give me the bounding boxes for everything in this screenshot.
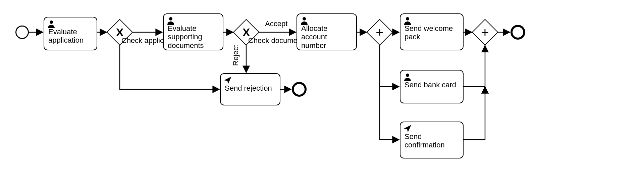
- task-evaluate-application: Evaluate application: [44, 17, 97, 50]
- send-icon: [403, 124, 412, 133]
- bpmn-diagram: { "tasks": { "evaluate_app": {"label":"E…: [0, 0, 644, 184]
- end-event-reject: [292, 82, 307, 97]
- user-icon: [403, 16, 412, 25]
- user-icon: [166, 16, 175, 25]
- task-label: Send confirmation: [404, 125, 460, 149]
- task-evaluate-documents: Evaluate supporting documents: [163, 13, 223, 50]
- gateway-parallel-fork: +: [366, 19, 393, 45]
- send-icon: [223, 76, 232, 85]
- task-label: Send bank card: [404, 73, 460, 89]
- task-send-confirmation: Send confirmation: [400, 122, 464, 158]
- end-event-success: [511, 25, 525, 40]
- task-send-rejection: Send rejection: [220, 73, 280, 105]
- user-icon: [403, 73, 412, 81]
- task-allocate-account: Allocate account number: [297, 13, 357, 50]
- gateway-parallel-join: +: [472, 19, 498, 45]
- task-label: Send welcome pack: [404, 17, 460, 41]
- user-icon: [300, 16, 309, 25]
- edge-label-reject: Reject: [231, 45, 240, 66]
- edge-label-accept: Accept: [265, 19, 287, 28]
- task-send-welcome-pack: Send welcome pack: [400, 13, 464, 50]
- task-send-bank-card: Send bank card: [400, 70, 464, 103]
- user-icon: [47, 19, 56, 28]
- start-event: [15, 26, 29, 39]
